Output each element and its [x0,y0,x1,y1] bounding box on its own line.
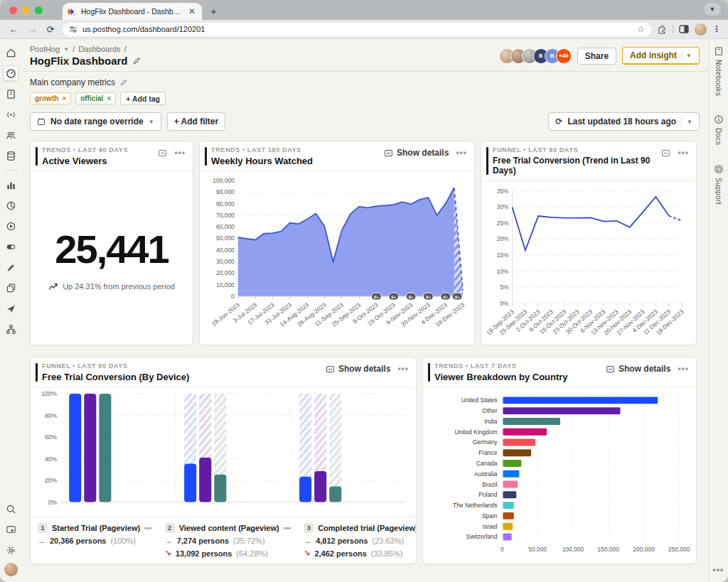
step-name[interactable]: Viewed content (Pageview) [179,524,279,532]
new-tab-button[interactable]: + [202,5,225,20]
tag-official[interactable]: official× [75,92,116,104]
browser-tab[interactable]: HogFlix Dashboard - Dashbo... ✕ [63,3,202,20]
tag-growth[interactable]: growth× [30,92,71,104]
card-more-icon[interactable]: ••• [456,148,467,158]
sidebar-item-feature-flags[interactable] [3,239,18,254]
trial-conversion-line-chart[interactable]: 0%5%10%15%20%25%30%35%18-Sep-202325-Sep-… [481,181,696,345]
step-converted[interactable]: →4,812 persons(23.63%) [304,537,417,545]
card-meta: FUNNEL • LAST 90 DAYS [493,146,661,153]
avatar-badge[interactable]: +40 [556,48,572,64]
svg-text:United States: United States [461,397,498,404]
bookmark-star-icon[interactable]: ☆ [637,24,645,34]
add-filter-button[interactable]: + Add filter [167,112,226,131]
show-details-button[interactable]: Show details [326,364,390,374]
sidebar-item-data-warehouse[interactable] [3,148,18,163]
details-icon[interactable] [158,149,167,158]
details-icon [606,365,615,374]
share-button[interactable]: Share [577,48,616,65]
browser-menu-icon[interactable]: ⋮ [712,24,721,34]
last-updated-button[interactable]: ⟳ Last updated 18 hours ago ▼ [548,112,700,131]
sidebar-item-web-analytics[interactable] [3,198,18,213]
notebooks-panel-button[interactable]: Notebooks [714,46,724,96]
card-active-viewers: TRENDS • LAST 90 DAYS Active Viewers •••… [30,141,193,345]
card-title[interactable]: Active Viewers [42,156,128,166]
minimize-window-button[interactable] [22,6,30,14]
browser-profile-avatar[interactable] [695,23,707,36]
card-title[interactable]: Weekly Hours Watched [211,156,313,166]
sidebar-item-session-replay[interactable] [3,218,18,234]
window-controls[interactable] [0,6,50,20]
settings-gear-icon[interactable] [3,542,18,558]
edit-title-pencil-icon[interactable] [132,56,141,65]
tab-search-button[interactable]: ▼ [704,3,721,16]
user-avatar[interactable] [4,563,18,576]
svg-text:Canada: Canada [476,460,498,467]
sidebar-item-activity[interactable] [3,107,18,122]
step-name[interactable]: Completed trial (Pageview) [318,524,417,532]
back-button[interactable]: ← [7,24,20,35]
sidebar-item-notebooks[interactable] [3,86,18,102]
card-more-icon[interactable]: ••• [678,364,689,374]
forward-button[interactable]: → [26,24,38,35]
docs-panel-button[interactable]: Docs [714,114,724,145]
remove-tag-icon[interactable]: × [107,95,111,102]
card-title[interactable]: Viewer Breakdown by Country [434,372,568,382]
sidebar-item-data-pipeline[interactable] [3,321,18,337]
weekly-hours-area-chart[interactable]: 010,00020,00030,00040,00050,00060,00070,… [200,172,474,345]
step-converted[interactable]: →20,366 persons(100%) [38,537,152,545]
step-more-icon[interactable]: ••• [144,524,152,532]
show-details-button[interactable]: Show details [384,148,449,158]
search-icon[interactable] [3,501,18,517]
toolbar-launch-icon[interactable] [3,522,18,537]
add-tag-button[interactable]: + Add tag [120,92,166,105]
reload-button[interactable]: ⟳ [44,24,57,35]
sidebar-item-home[interactable] [3,45,18,60]
svg-text:40,000: 40,000 [216,247,235,254]
maximize-window-button[interactable] [35,6,43,14]
funnel-bar-chart[interactable]: 0%20%40%60%80%100% [31,388,416,517]
sidebar-item-early-access[interactable] [3,301,18,316]
step-name[interactable]: Started Trial (Pageview) [52,524,140,532]
step-more-icon[interactable]: ••• [284,524,291,532]
step-dropped[interactable]: ↘2,462 persons(33.85%) [304,549,417,558]
details-icon[interactable] [661,149,670,158]
card-title[interactable]: Free Trial Conversion (By Device) [42,372,189,382]
sidebar-item-surveys[interactable] [3,280,18,296]
step-converted[interactable]: →7,274 persons(35.72%) [165,537,291,545]
sidebar-item-dashboards[interactable] [3,65,18,81]
posthog-favicon [68,7,77,16]
edit-description-pencil-icon[interactable] [119,78,128,87]
remove-tag-icon[interactable]: × [62,95,66,102]
support-panel-button[interactable]: Support [714,164,724,205]
card-more-icon[interactable]: ••• [174,148,186,158]
show-details-button[interactable]: Show details [606,364,670,374]
side-panel-icon[interactable] [679,24,689,34]
url-text[interactable]: us.posthog.com/dashboard/120201 [82,25,632,33]
sidebar-item-product-analytics[interactable] [3,177,18,193]
refresh-icon[interactable]: ⟳ [555,117,562,126]
chevron-down-icon[interactable]: ▼ [687,119,692,125]
country-bar-chart[interactable]: 050,000100,000150,000200,000250,000Unite… [423,388,696,564]
chevron-down-icon[interactable]: ▼ [681,53,692,59]
card-more-icon[interactable]: ••• [678,148,689,158]
sidebar-item-persons[interactable] [3,127,18,143]
collaborator-avatars[interactable]: BB+40 [499,48,572,64]
sidebar-more-icon[interactable]: ••• [713,565,724,575]
svg-text:India: India [484,418,498,425]
extensions-icon[interactable] [657,24,667,34]
chevron-down-icon[interactable]: ▼ [63,46,69,53]
step-number-badge: 2 [165,523,175,533]
url-bar[interactable]: us.posthog.com/dashboard/120201 ☆ [63,23,651,36]
card-title[interactable]: Free Trial Conversion (Trend in Last 90 … [493,156,661,176]
breadcrumb-dashboards[interactable]: Dashboards [78,45,120,53]
svg-text:100,000: 100,000 [562,546,584,553]
tab-close-icon[interactable]: ✕ [187,6,197,16]
sidebar-item-experiments[interactable] [3,259,18,275]
card-more-icon[interactable]: ••• [397,364,409,374]
breadcrumb-posthog[interactable]: PostHog [30,45,60,53]
add-insight-button[interactable]: Add insight▼ [622,47,700,65]
site-info-icon[interactable] [69,25,77,33]
date-range-filter[interactable]: No date range override ▼ [30,112,161,131]
step-dropped[interactable]: ↘13,092 persons(64.28%) [165,549,291,558]
close-window-button[interactable] [9,6,17,14]
